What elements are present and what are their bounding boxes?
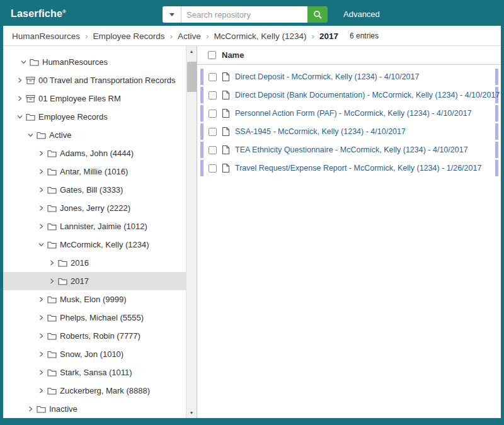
search-scope-dropdown[interactable] (163, 6, 181, 23)
tree-item-label: Antar, Millie (1016) (60, 167, 128, 176)
document-icon (222, 108, 230, 118)
chevron-icon[interactable] (37, 333, 45, 339)
tree-item[interactable]: Adams, John (4444) (3, 144, 186, 162)
laserfiche-logo: Laserfiche® (11, 8, 66, 20)
folder-icon (26, 113, 35, 121)
document-link[interactable]: SSA-1945 - McCormick, Kelly (1234) - 4/1… (235, 127, 406, 136)
document-row[interactable]: Direct Deposit - McCormick, Kelly (1234)… (200, 69, 498, 85)
document-row[interactable]: TEA Ethnicity Questionnaire - McCormick,… (200, 142, 498, 158)
tree-item-label: Lannister, Jaimie (1012) (60, 222, 147, 231)
tree-item[interactable]: Jones, Jerry (2222) (3, 199, 186, 217)
document-row[interactable]: Travel Request/Expense Report - McCormic… (200, 160, 498, 176)
chevron-icon[interactable] (37, 297, 45, 302)
tree-item[interactable]: McCormick, Kelly (1234) (3, 235, 186, 254)
folder-icon (58, 259, 67, 267)
chevron-icon[interactable] (37, 205, 45, 211)
chevron-icon[interactable] (48, 278, 55, 284)
document-row[interactable]: SSA-1945 - McCormick, Kelly (1234) - 4/1… (200, 123, 498, 140)
breadcrumb-bar: HumanResources›Employee Records›Active›M… (3, 26, 501, 46)
tree-item[interactable]: Roberts, Robin (7777) (3, 327, 186, 345)
scrollbar-thumb[interactable] (187, 62, 197, 92)
search-input[interactable] (181, 6, 307, 23)
tree-item-label: 01 Employee Files RM (38, 94, 121, 103)
chevron-icon[interactable] (20, 59, 27, 65)
folder-icon (47, 204, 57, 212)
folder-tree-panel: HumanResources00 Travel and Transportati… (3, 46, 197, 418)
tree-item[interactable]: Phelps, Michael (5555) (3, 309, 186, 327)
tree-item-label: Jones, Jerry (2222) (60, 203, 130, 213)
tree-scrollbar[interactable]: ▲ ▼ (186, 46, 197, 418)
search-bar (163, 6, 328, 23)
row-checkbox[interactable] (209, 146, 217, 154)
tree-item-label: Adams, John (4444) (60, 149, 134, 158)
chevron-icon[interactable] (37, 388, 45, 394)
breadcrumb-segment: Active› (178, 30, 214, 42)
breadcrumb-item[interactable]: Employee Records (93, 31, 165, 41)
row-checkbox[interactable] (209, 164, 217, 173)
folder-icon (47, 241, 57, 249)
document-link[interactable]: Direct Deposit - McCormick, Kelly (1234)… (235, 72, 419, 81)
chevron-icon[interactable] (37, 169, 45, 174)
select-all-checkbox[interactable] (208, 51, 216, 59)
breadcrumb-item[interactable]: HumanResources (12, 31, 80, 41)
document-row[interactable]: Direct Deposit (Bank Documentation) - Mc… (200, 87, 498, 103)
tree-item[interactable]: Antar, Millie (1016) (3, 162, 186, 181)
tree-item[interactable]: 00 Travel and Transportation Records (3, 71, 186, 89)
advanced-search-link[interactable]: Advanced (343, 9, 380, 19)
name-column-header[interactable]: Name (222, 50, 244, 60)
list-header-row: Name (197, 46, 501, 65)
row-checkbox[interactable] (209, 110, 217, 118)
chevron-icon[interactable] (37, 370, 45, 375)
chevron-icon[interactable] (26, 132, 34, 138)
search-button[interactable] (307, 6, 328, 23)
tree-item-label: Active (49, 130, 71, 140)
tree-item[interactable]: Stark, Sansa (1011) (3, 363, 186, 382)
tree-item[interactable]: Active (3, 126, 186, 144)
chevron-icon[interactable] (37, 351, 45, 357)
chevron-icon[interactable] (16, 114, 23, 120)
tree-item[interactable]: HumanResources (3, 53, 186, 71)
document-row[interactable]: Personnel Action Form (PAF) - McCormick,… (200, 105, 498, 122)
scroll-down-arrow[interactable]: ▼ (186, 407, 197, 418)
scroll-up-arrow[interactable]: ▲ (186, 46, 197, 57)
tree-item[interactable]: 2017 (3, 272, 186, 290)
breadcrumb-item[interactable]: McCormick, Kelly (1234) (214, 31, 306, 41)
folder-icon (47, 314, 57, 322)
tree-item-label: Phelps, Michael (5555) (60, 313, 144, 322)
document-link[interactable]: TEA Ethnicity Questionnaire - McCormick,… (235, 145, 468, 154)
row-checkbox[interactable] (209, 91, 217, 99)
entries-count: 6 entries (350, 31, 379, 40)
tree-item[interactable]: Employee Records (3, 108, 186, 126)
document-link[interactable]: Personnel Action Form (PAF) - McCormick,… (235, 109, 472, 118)
breadcrumb-item[interactable]: 2017 (319, 31, 338, 41)
folder-icon (37, 405, 46, 413)
breadcrumb-separator: › (165, 31, 178, 41)
tree-item[interactable]: Musk, Elon (9999) (3, 290, 186, 309)
tree-item[interactable]: 01 Employee Files RM (3, 89, 186, 108)
chevron-icon[interactable] (16, 96, 23, 101)
breadcrumb-item[interactable]: Active (178, 31, 201, 41)
tree-item[interactable]: Zuckerberg, Mark (8888) (3, 382, 186, 400)
tree-item[interactable]: Inactive (3, 400, 186, 418)
scrollbar-track[interactable] (186, 57, 197, 407)
row-checkbox[interactable] (209, 73, 217, 81)
row-checkbox[interactable] (209, 128, 217, 136)
chevron-icon[interactable] (37, 187, 45, 193)
tree-item[interactable]: 2016 (3, 254, 186, 272)
folder-icon (47, 295, 57, 303)
chevron-icon[interactable] (16, 77, 23, 83)
chevron-icon[interactable] (37, 242, 45, 247)
record-series-icon (26, 76, 35, 84)
document-link[interactable]: Direct Deposit (Bank Documentation) - Mc… (235, 91, 500, 99)
chevron-icon[interactable] (26, 406, 34, 412)
caret-down-icon (169, 13, 175, 16)
document-link[interactable]: Travel Request/Expense Report - McCormic… (235, 164, 481, 173)
tree-item[interactable]: Gates, Bill (3333) (3, 181, 186, 199)
tree-item[interactable]: Snow, Jon (1010) (3, 345, 186, 363)
tree-item[interactable]: Lannister, Jaimie (1012) (3, 217, 186, 235)
chevron-icon[interactable] (37, 150, 45, 156)
chevron-icon[interactable] (37, 224, 45, 229)
chevron-icon[interactable] (37, 315, 45, 320)
tree-item-label: 00 Travel and Transportation Records (38, 76, 176, 85)
chevron-icon[interactable] (48, 260, 55, 266)
